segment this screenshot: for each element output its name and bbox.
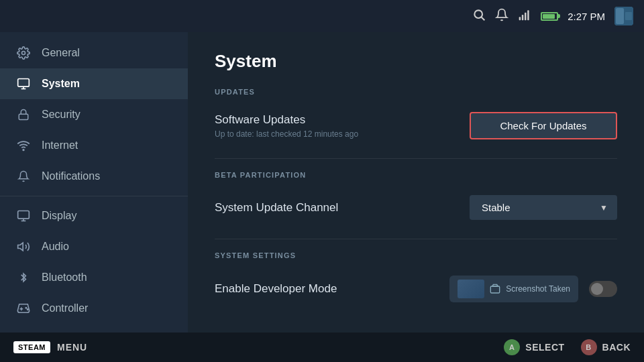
software-updates-row: Software Updates Up to date: last checke… [215,105,617,146]
updates-divider [215,158,617,159]
screenshot-icon [490,284,500,294]
software-updates-sublabel: Up to date: last checked 12 minutes ago [215,129,358,139]
sidebar-item-notifications[interactable]: Notifications [0,161,188,192]
controller-icon [16,301,31,316]
page-title: System [215,51,617,72]
notification-icon[interactable] [495,8,508,24]
svg-rect-7 [616,8,624,24]
sidebar-label-audio: Audio [42,241,69,253]
bell-icon [16,169,31,184]
software-updates-label-group: Software Updates Up to date: last checke… [215,113,358,139]
back-action: B BACK [581,339,631,355]
sidebar-item-general[interactable]: General [0,38,188,68]
channel-dropdown[interactable]: Stable Beta Preview [470,195,617,220]
sidebar-item-audio[interactable]: Audio [0,231,188,262]
svg-point-22 [28,309,29,310]
steam-menu[interactable]: STEAM MENU [13,341,87,353]
menu-label: MENU [57,342,87,353]
beta-section-label: BETA PARTICIPATION [215,171,617,179]
time-display: 2:27 PM [568,11,605,22]
avatar[interactable] [614,7,633,25]
svg-rect-13 [19,114,28,119]
back-label: BACK [602,342,631,353]
sidebar-item-system[interactable]: System [0,68,188,99]
select-label: SELECT [525,342,564,353]
sidebar-item-internet[interactable]: Internet [0,130,188,161]
sidebar-item-bluetooth[interactable]: Bluetooth [0,262,188,293]
svg-point-14 [23,149,24,151]
bottom-actions: A SELECT B BACK [504,339,631,355]
channel-label: System Update Channel [215,201,338,215]
software-updates-label: Software Updates [215,113,358,127]
sidebar-item-controller[interactable]: Controller [0,293,188,324]
select-action: A SELECT [504,339,564,355]
sidebar-divider [0,196,188,196]
battery-icon [541,12,558,21]
screenshot-notification: Screenshot Taken [449,276,578,302]
bottom-bar: STEAM MENU A SELECT B BACK [0,333,644,362]
svg-rect-5 [527,10,529,20]
svg-rect-4 [525,13,527,21]
bluetooth-icon [16,270,31,285]
wifi-icon [16,138,31,153]
header-bar: 2:27 PM [0,0,644,32]
sidebar-label-bluetooth: Bluetooth [42,272,87,284]
system-settings-section-label: SYSTEM SETTINGS [215,251,617,259]
sidebar-label-notifications: Notifications [42,170,100,182]
sidebar: General System Security [0,32,188,333]
sidebar-label-general: General [42,47,80,59]
channel-row: System Update Channel Stable Beta Previe… [215,188,617,227]
screenshot-taken-label: Screenshot Taken [506,284,570,294]
a-button[interactable]: A [504,339,520,355]
sidebar-label-security: Security [42,109,80,121]
svg-rect-8 [625,12,632,20]
dev-mode-right: Screenshot Taken [449,276,617,302]
screenshot-thumbnail [458,280,484,298]
display-icon [16,208,31,223]
lock-icon [16,107,31,122]
svg-point-9 [22,52,25,55]
header-icons: 2:27 PM [472,7,633,25]
svg-rect-45 [490,286,499,293]
svg-rect-3 [522,15,524,20]
svg-rect-10 [18,79,30,87]
sidebar-label-display: Display [42,210,76,222]
sidebar-label-system: System [42,78,80,90]
signal-icon [518,8,531,24]
sidebar-item-security[interactable]: Security [0,99,188,130]
updates-section-label: UPDATES [215,88,617,96]
svg-rect-15 [18,211,30,219]
steam-badge: STEAM [13,341,50,353]
channel-dropdown-wrapper: Stable Beta Preview ▼ [470,195,617,220]
gear-icon [16,46,31,60]
main-layout: General System Security [0,32,644,333]
sidebar-label-controller: Controller [42,302,88,314]
audio-icon [16,239,31,254]
dev-mode-toggle[interactable] [589,281,617,297]
search-icon[interactable] [472,8,486,24]
svg-line-1 [482,17,485,21]
svg-rect-2 [519,17,521,20]
a-button-label: A [509,343,515,351]
dev-mode-row: Enable Developer Mode Screenshot Taken [215,269,617,309]
b-button-label: B [586,343,591,351]
system-icon [16,76,31,91]
sidebar-label-internet: Internet [42,139,78,152]
beta-divider [215,239,617,239]
b-button[interactable]: B [581,339,597,355]
svg-point-21 [25,307,27,308]
svg-marker-18 [18,243,23,251]
main-content: System UPDATES Software Updates Up to da… [188,32,644,333]
svg-point-0 [474,10,482,18]
sidebar-item-display[interactable]: Display [0,200,188,231]
check-for-updates-button[interactable]: Check For Updates [470,112,617,139]
dev-mode-label: Enable Developer Mode [215,282,337,296]
